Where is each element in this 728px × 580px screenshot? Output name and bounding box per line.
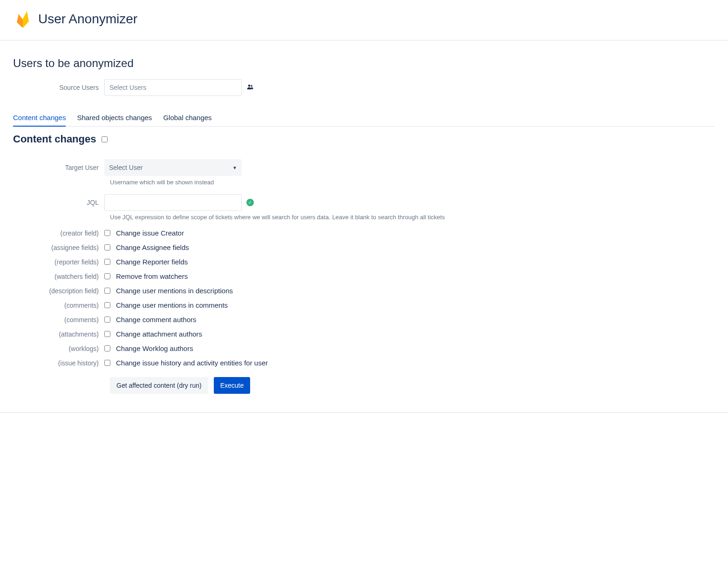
option-row: (creator field)Change issue Creator: [13, 229, 715, 237]
target-user-placeholder: Select User: [109, 164, 143, 171]
option-field-label: (issue history): [13, 359, 104, 367]
jql-row: JQL ✓: [13, 194, 715, 211]
option-value: Change user mentions in comments: [104, 301, 228, 309]
option-field-label: (creator field): [13, 229, 104, 237]
tab-global-changes[interactable]: Global changes: [163, 110, 211, 126]
option-text: Change user mentions in comments: [116, 301, 228, 309]
option-row: (comments)Change comment authors: [13, 316, 715, 324]
tab-shared-objects[interactable]: Shared objects changes: [77, 110, 152, 126]
option-row: (worklogs)Change Worklog authors: [13, 344, 715, 352]
page-title: User Anonymizer: [38, 12, 137, 27]
option-row: (assignee fields)Change Assignee fields: [13, 243, 715, 251]
option-field-label: (watchers field): [13, 273, 104, 280]
option-field-label: (reporter fields): [13, 258, 104, 266]
option-value: Change user mentions in descriptions: [104, 287, 233, 295]
option-text: Change issue history and activity entiti…: [116, 359, 268, 367]
main-content: Users to be anonymized Source Users Cont…: [0, 40, 728, 413]
option-checkbox[interactable]: [104, 302, 110, 308]
option-checkbox[interactable]: [104, 345, 110, 351]
svg-point-1: [251, 85, 252, 87]
users-icon[interactable]: [246, 83, 254, 92]
option-text: Change issue Creator: [116, 229, 184, 237]
jql-input[interactable]: [104, 194, 242, 211]
option-checkbox[interactable]: [104, 317, 110, 323]
source-users-input[interactable]: [104, 79, 242, 96]
option-row: (description field)Change user mentions …: [13, 287, 715, 295]
dry-run-button[interactable]: Get affected content (dry run): [110, 377, 208, 394]
tab-content-changes[interactable]: Content changes: [13, 110, 66, 126]
content-changes-header: Content changes: [13, 133, 715, 145]
option-value: Remove from watchers: [104, 272, 188, 280]
jql-helper: Use JQL expression to define scope of ti…: [110, 214, 715, 221]
target-user-select[interactable]: Select User ▼: [104, 159, 242, 176]
chevron-down-icon: ▼: [232, 165, 237, 170]
option-value: Change issue history and activity entiti…: [104, 359, 268, 367]
option-row: (issue history)Change issue history and …: [13, 359, 715, 367]
jql-label: JQL: [13, 199, 104, 206]
target-user-helper: Username which will be shown instead: [110, 179, 715, 186]
option-checkbox[interactable]: [104, 244, 110, 250]
check-circle-icon: ✓: [246, 199, 254, 206]
option-value: Change issue Creator: [104, 229, 184, 237]
option-field-label: (attachments): [13, 330, 104, 338]
option-text: Change user mentions in descriptions: [116, 287, 233, 295]
option-checkbox[interactable]: [104, 331, 110, 337]
content-changes-title: Content changes: [13, 133, 96, 145]
source-users-row: Source Users: [13, 79, 715, 96]
option-text: Remove from watchers: [116, 272, 188, 280]
page-header: User Anonymizer: [0, 0, 728, 40]
option-field-label: (assignee fields): [13, 244, 104, 251]
option-text: Change comment authors: [116, 316, 197, 324]
option-row: (watchers field)Remove from watchers: [13, 272, 715, 280]
content-changes-toggle-checkbox[interactable]: [102, 136, 108, 142]
target-user-label: Target User: [13, 164, 104, 171]
option-row: (attachments)Change attachment authors: [13, 330, 715, 338]
option-field-label: (description field): [13, 287, 104, 295]
option-text: Change Assignee fields: [116, 243, 189, 251]
option-checkbox[interactable]: [104, 259, 110, 265]
source-users-label: Source Users: [13, 84, 104, 91]
svg-point-0: [248, 84, 251, 87]
target-user-row: Target User Select User ▼: [13, 159, 715, 176]
option-field-label: (comments): [13, 302, 104, 309]
section-title: Users to be anonymized: [13, 57, 715, 70]
option-text: Change Worklog authors: [116, 344, 193, 352]
app-logo-icon: [13, 9, 33, 29]
option-row: (reporter fields)Change Reporter fields: [13, 258, 715, 266]
option-value: Change Reporter fields: [104, 258, 188, 266]
option-checkbox[interactable]: [104, 360, 110, 366]
tabs: Content changes Shared objects changes G…: [13, 110, 715, 127]
option-field-label: (comments): [13, 316, 104, 324]
option-checkbox[interactable]: [104, 273, 110, 279]
option-text: Change Reporter fields: [116, 258, 188, 266]
option-row: (comments)Change user mentions in commen…: [13, 301, 715, 309]
option-checkbox[interactable]: [104, 288, 110, 294]
option-value: Change attachment authors: [104, 330, 202, 338]
option-checkbox[interactable]: [104, 230, 110, 236]
option-text: Change attachment authors: [116, 330, 202, 338]
option-field-label: (worklogs): [13, 345, 104, 352]
action-buttons: Get affected content (dry run) Execute: [13, 377, 715, 394]
option-value: Change Assignee fields: [104, 243, 189, 251]
option-value: Change comment authors: [104, 316, 197, 324]
option-value: Change Worklog authors: [104, 344, 193, 352]
execute-button[interactable]: Execute: [214, 377, 251, 394]
